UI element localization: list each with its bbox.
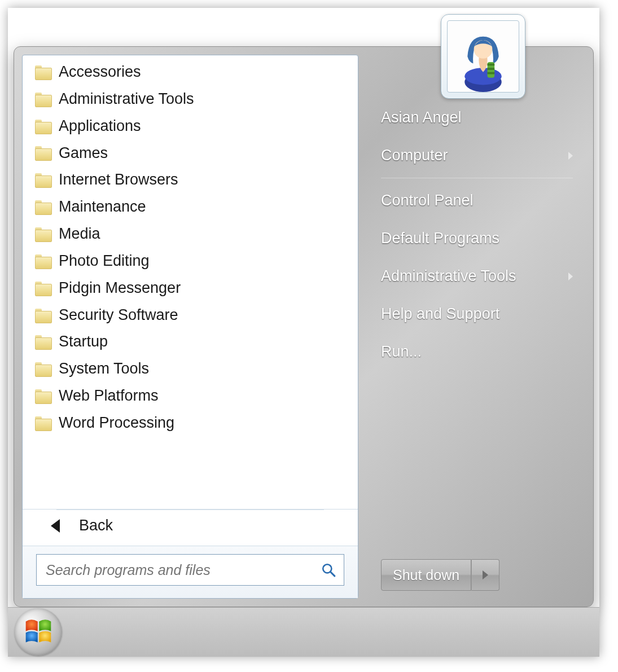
back-label: Back <box>79 517 113 534</box>
taskbar[interactable] <box>8 607 599 657</box>
shutdown-row: Shut down <box>366 559 585 591</box>
folder-icon <box>35 65 51 79</box>
user-picture-frame[interactable] <box>441 14 525 99</box>
back-button[interactable]: Back <box>56 510 324 542</box>
folder-icon <box>35 282 51 295</box>
svg-rect-6 <box>488 72 495 74</box>
program-folder[interactable]: Games <box>23 140 358 167</box>
places-item-label: Asian Angel <box>381 109 462 126</box>
places-item-label: Default Programs <box>381 230 499 247</box>
user-picture <box>447 20 519 93</box>
places-item-label: Computer <box>381 147 448 164</box>
chevron-right-icon <box>568 152 573 160</box>
program-folder[interactable]: Web Platforms <box>23 383 358 410</box>
folder-icon <box>35 254 51 268</box>
program-folder-label: Applications <box>59 115 141 138</box>
program-folder-label: Accessories <box>59 60 141 84</box>
program-folder[interactable]: Media <box>23 221 358 248</box>
program-folder[interactable]: Startup <box>23 328 358 355</box>
program-folder-label: Web Platforms <box>59 384 159 408</box>
program-folder-label: Games <box>59 142 108 165</box>
folder-icon <box>35 146 51 160</box>
folder-icon <box>35 416 51 430</box>
folder-icon <box>35 120 51 133</box>
programs-panel: AccessoriesAdministrative ToolsApplicati… <box>22 55 358 599</box>
shutdown-label: Shut down <box>393 567 459 583</box>
places-item[interactable]: Administrative Tools <box>366 257 585 295</box>
search-box[interactable] <box>36 554 344 586</box>
places-item-label: Help and Support <box>381 305 499 323</box>
folder-icon <box>35 389 51 403</box>
start-button[interactable] <box>15 608 62 656</box>
folder-icon <box>35 227 51 241</box>
program-folder-label: Maintenance <box>59 195 146 219</box>
program-folder-label: Internet Browsers <box>59 168 178 192</box>
chevron-right-icon <box>483 570 488 579</box>
folder-icon <box>35 362 51 376</box>
program-folder-label: Pidgin Messenger <box>59 276 181 300</box>
program-folder[interactable]: Pidgin Messenger <box>23 275 358 302</box>
places-item[interactable]: Control Panel <box>366 182 585 219</box>
program-folder[interactable]: Maintenance <box>23 194 358 221</box>
windows-logo-icon <box>21 614 56 649</box>
program-folder-label: Photo Editing <box>59 249 150 273</box>
folder-icon <box>35 173 51 187</box>
search-area <box>23 546 358 598</box>
svg-rect-5 <box>488 68 495 70</box>
program-folder[interactable]: Internet Browsers <box>23 166 358 194</box>
shutdown-options-button[interactable] <box>471 559 499 591</box>
svg-line-8 <box>330 572 335 576</box>
program-folder-label: Media <box>59 222 100 246</box>
folder-icon <box>35 93 51 106</box>
program-folder[interactable]: System Tools <box>23 355 358 383</box>
program-folder-label: Word Processing <box>59 411 174 435</box>
places-item[interactable]: Help and Support <box>366 295 585 333</box>
places-panel: Asian AngelComputerControl PanelDefault … <box>366 55 585 599</box>
program-folder[interactable]: Accessories <box>23 59 358 86</box>
places-item[interactable]: Asian Angel <box>366 99 585 137</box>
shutdown-button[interactable]: Shut down <box>381 559 471 591</box>
program-folder[interactable]: Photo Editing <box>23 248 358 275</box>
folder-icon <box>35 309 51 322</box>
places-item-label: Run... <box>381 343 422 361</box>
folder-icon <box>35 200 51 214</box>
all-programs-list[interactable]: AccessoriesAdministrative ToolsApplicati… <box>23 55 358 510</box>
places-item-label: Administrative Tools <box>381 267 516 285</box>
svg-rect-4 <box>488 64 495 66</box>
start-menu: AccessoriesAdministrative ToolsApplicati… <box>14 46 594 607</box>
search-input[interactable] <box>46 562 315 578</box>
program-folder[interactable]: Administrative Tools <box>23 86 358 113</box>
program-folder-label: Startup <box>59 330 108 354</box>
program-folder[interactable]: Applications <box>23 113 358 140</box>
program-folder-label: Administrative Tools <box>59 87 194 111</box>
program-folder-label: Security Software <box>59 304 178 327</box>
folder-icon <box>35 335 51 349</box>
search-icon[interactable] <box>321 563 336 577</box>
chevron-right-icon <box>568 273 573 280</box>
places-item-label: Control Panel <box>381 192 474 209</box>
places-item[interactable]: Default Programs <box>366 219 585 257</box>
back-arrow-icon <box>51 519 60 533</box>
places-item[interactable]: Computer <box>366 137 585 174</box>
program-folder[interactable]: Security Software <box>23 302 358 329</box>
program-folder-label: System Tools <box>59 357 149 381</box>
separator <box>381 178 573 178</box>
places-item[interactable]: Run... <box>366 333 585 371</box>
program-folder[interactable]: Word Processing <box>23 410 358 437</box>
